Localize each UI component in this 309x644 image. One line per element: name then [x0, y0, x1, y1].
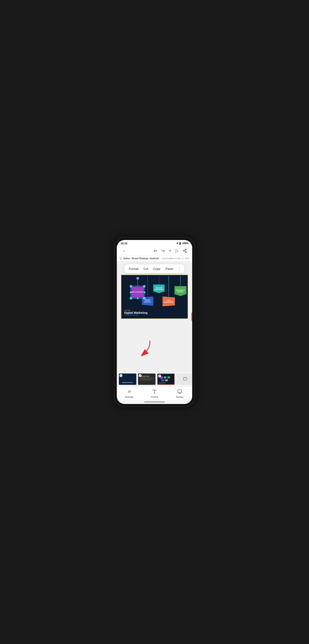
main-content: Format Cut Copy Paste ⋮	[117, 262, 192, 372]
thumbnail-add[interactable]	[176, 374, 192, 385]
svg-point-2	[186, 251, 186, 252]
review-label: Review	[176, 396, 183, 398]
back-button[interactable]: ←	[120, 248, 128, 254]
file-title: Zylker - Brand Strategy - Android	[120, 257, 159, 260]
phone-frame: 10:10 ▾ ▮ 100% ← ↩ ↪ + ▷	[114, 238, 195, 406]
slide-underline	[124, 315, 139, 315]
right-edge-bar	[191, 312, 192, 321]
battery-percent: 100%	[182, 242, 188, 245]
cut-menu-item[interactable]: Cut	[142, 266, 149, 271]
svg-point-1	[183, 250, 184, 251]
back-icon: ←	[122, 248, 126, 253]
add-slide-icon	[183, 377, 188, 382]
undo-icon: ↩	[154, 248, 157, 253]
format-nav-item[interactable]: Format	[142, 388, 167, 399]
format-menu-item[interactable]: Format	[128, 266, 140, 271]
toolbar: ← ↩ ↪ + ▷	[117, 246, 192, 256]
paste-menu-item[interactable]: Paste	[164, 266, 174, 271]
thumb-1-label: BRAND STRATEGY	[119, 382, 136, 383]
review-icon	[177, 389, 182, 395]
battery-icon: ▮	[179, 242, 181, 245]
wifi-icon: ▾	[176, 242, 178, 245]
redo-button[interactable]: ↪	[159, 248, 167, 254]
measure-review-shape[interactable]: MEASURE & REVIEW	[174, 286, 186, 296]
review-nav-item[interactable]: Review	[167, 388, 192, 399]
slide-wrapper[interactable]: BUILD STRATEGY INBOUND MARKETING	[121, 274, 188, 319]
edit-icon	[120, 257, 122, 260]
file-info-bar: Zylker - Brand Strategy - Android Last m…	[117, 256, 192, 262]
undo-button[interactable]: ↩	[152, 248, 159, 254]
status-icons: ▾ ▮ 100%	[176, 242, 188, 245]
home-indicator	[117, 400, 192, 404]
thumbnail-2[interactable]: 2 Marketing Strategy	[138, 374, 156, 385]
more-menu-item[interactable]: ⋮	[177, 266, 181, 271]
file-date: Last modified on Apr 21, 2020	[162, 257, 189, 260]
thumb-1-num: 1	[120, 374, 122, 377]
play-icon: ▷	[176, 248, 178, 253]
svg-point-0	[186, 249, 186, 250]
animate-nav-item[interactable]: Animate	[117, 388, 142, 399]
copy-menu-item[interactable]: Copy	[152, 266, 161, 271]
format-icon	[152, 389, 157, 395]
play-button[interactable]: ▷	[174, 248, 181, 254]
status-time: 10:10	[120, 242, 127, 245]
thumb-3-num: 3	[158, 374, 161, 378]
slide-bottom-text: Overview Digital Marketing	[124, 310, 148, 315]
thumb-2-num: 2	[139, 374, 142, 377]
svg-rect-10	[178, 390, 182, 393]
thumb-3-label: Digital Marketing	[159, 382, 166, 384]
status-bar: 10:10 ▾ ▮ 100%	[117, 240, 192, 246]
thumbnail-1[interactable]: 1 BRAND STRATEGY	[119, 374, 136, 385]
redo-icon: ↪	[161, 248, 165, 253]
lead-conversion-shape[interactable]: LEAD CONVERSION	[162, 296, 175, 306]
animate-icon	[127, 389, 132, 395]
animate-label: Animate	[125, 396, 134, 398]
thumbnail-strip: 1 BRAND STRATEGY 2 Marketing Strategy	[117, 372, 192, 386]
bottom-nav: Animate Format	[117, 386, 192, 400]
add-icon: +	[169, 248, 172, 253]
thumb-2-title: Marketing Strategy	[140, 376, 154, 377]
svg-line-3	[184, 251, 186, 252]
share-button[interactable]	[181, 248, 189, 254]
phone-screen: 10:10 ▾ ▮ 100% ← ↩ ↪ + ▷	[117, 240, 192, 404]
slide-title: Digital Marketing	[124, 311, 148, 314]
slide-overview: Overview	[124, 310, 148, 311]
add-button[interactable]: +	[167, 248, 174, 254]
format-label: Format	[151, 396, 158, 398]
home-bar	[144, 402, 165, 402]
svg-line-4	[184, 250, 186, 250]
share-icon	[183, 249, 187, 253]
red-arrow	[138, 340, 153, 357]
context-menu: Format Cut Copy Paste ⋮	[125, 264, 184, 273]
thumbnail-3[interactable]: 3 Digital Marketing	[157, 374, 175, 385]
slide-canvas: BUILD STRATEGY INBOUND MARKETING	[121, 275, 188, 318]
